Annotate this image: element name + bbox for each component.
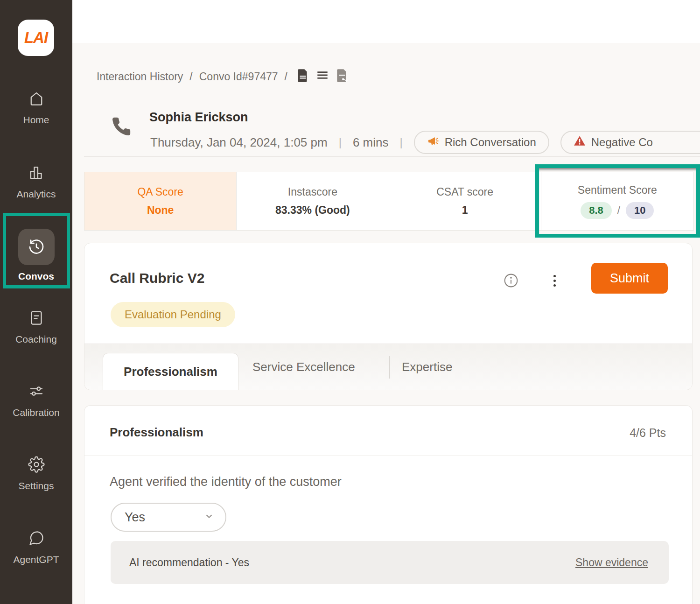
breadcrumb: Interaction History / Convo Id#97477 / [97,68,348,85]
answer-value: Yes [125,510,145,525]
ai-recommendation-text: AI recommendation - Yes [129,556,249,569]
main-content: Interaction History / Convo Id#97477 / S… [72,0,700,604]
warning-triangle-icon [574,135,586,149]
sidebar-item-label: Calibration [13,407,59,418]
breadcrumb-separator: / [285,70,287,83]
csat-score-card[interactable]: CSAT score 1 [389,172,541,230]
sidebar-item-label: Coaching [15,334,57,345]
score-value: 83.33% (Good) [275,204,350,217]
answer-dropdown[interactable]: Yes [111,503,226,532]
sidebar-item-label: Settings [19,480,54,492]
score-summary-row: QA Score None Instascore 83.33% (Good) C… [84,172,694,231]
settings-gear-icon [28,456,45,475]
kebab-menu-icon[interactable] [547,272,561,289]
score-label: QA Score [137,186,183,198]
sidebar-item-agentgpt[interactable]: AgentGPT [0,530,72,565]
sentiment-separator: / [617,204,620,217]
sidebar-item-coaching[interactable]: Coaching [0,309,72,345]
sidebar: LAI Home Analytics Convos Coaching [0,0,72,604]
tab-service-excellence[interactable]: Service Excellence [252,344,355,390]
transcript-doc-icon[interactable] [297,68,309,85]
sidebar-item-label: AgentGPT [13,554,59,565]
megaphone-icon [427,135,439,149]
meta-separator: | [339,136,342,149]
ai-recommendation-row: AI recommendation - Yes Show evidence [111,541,669,584]
breadcrumb-convo-id[interactable]: Convo Id#97477 [199,70,278,83]
rubric-question: Agent verified the identity of the custo… [110,475,342,489]
professionalism-section-card: Professionalism 4/6 Pts Agent verified t… [84,405,693,604]
meta-separator: | [399,136,402,149]
tab-professionalism[interactable]: Professionalism [103,353,238,390]
home-icon [28,90,45,109]
rich-conversation-badge: Rich Conversation [414,131,549,154]
qa-score-card[interactable]: QA Score None [84,172,237,230]
badge-label: Negative Co [591,136,653,149]
convos-history-icon [18,229,55,265]
call-datetime: Thursday, Jan 04, 2024, 1:05 pm [150,135,328,150]
sidebar-item-settings[interactable]: Settings [0,456,72,492]
score-label: Sentiment Score [578,184,657,197]
call-duration: 6 mins [353,135,389,150]
negative-sentiment-badge: Negative Co [560,131,700,154]
contact-name: Sophia Erickson [149,110,248,125]
score-value: 1 [462,204,468,217]
badge-label: Rich Conversation [445,136,536,149]
score-value: None [147,204,174,217]
rubric-tab-strip: Professionalism Service Excellence Exper… [84,344,692,390]
show-evidence-link[interactable]: Show evidence [575,556,648,569]
rubric-title: Call Rubric V2 [110,270,204,286]
sidebar-item-convos[interactable]: Convos [0,229,72,282]
chevron-down-icon [204,511,214,523]
evaluation-status-badge: Evaluation Pending [111,302,235,327]
phone-icon [111,116,132,139]
breadcrumb-interaction-history[interactable]: Interaction History [97,70,183,83]
section-points: 4/6 Pts [630,426,666,440]
header-divider [84,156,700,157]
contact-meta: Thursday, Jan 04, 2024, 1:05 pm | 6 mins… [150,131,700,154]
section-divider [84,456,692,456]
tab-divider [389,356,390,379]
agentgpt-chat-icon [28,530,45,548]
sentiment-max-pill: 10 [626,202,654,219]
top-band [72,0,700,43]
instascore-card[interactable]: Instascore 83.33% (Good) [237,172,389,230]
submit-button[interactable]: Submit [591,263,668,294]
sentiment-score-card[interactable]: Sentiment Score 8.8 / 10 [541,172,693,230]
export-doc-icon[interactable] [336,68,348,85]
sidebar-item-calibration[interactable]: Calibration [0,383,72,418]
sidebar-item-home[interactable]: Home [0,90,72,126]
app-logo[interactable]: LAI [18,20,54,56]
score-label: Instascore [288,186,337,198]
coaching-doc-icon [28,309,45,328]
sidebar-item-label: Analytics [16,189,56,200]
calibration-sliders-icon [28,383,45,401]
sidebar-item-label: Home [23,114,49,126]
rubric-card: Call Rubric V2 Submit Evaluation Pending… [84,243,693,390]
sidebar-item-analytics[interactable]: Analytics [0,164,72,200]
tab-expertise[interactable]: Expertise [402,344,452,390]
breadcrumb-separator: / [189,70,192,83]
score-label: CSAT score [436,186,493,198]
sentiment-value-pill: 8.8 [581,202,612,219]
info-icon[interactable] [504,273,518,290]
section-title: Professionalism [110,425,203,440]
sidebar-item-label: Convos [18,271,54,282]
list-lines-icon[interactable] [316,68,329,85]
analytics-icon [28,164,45,183]
